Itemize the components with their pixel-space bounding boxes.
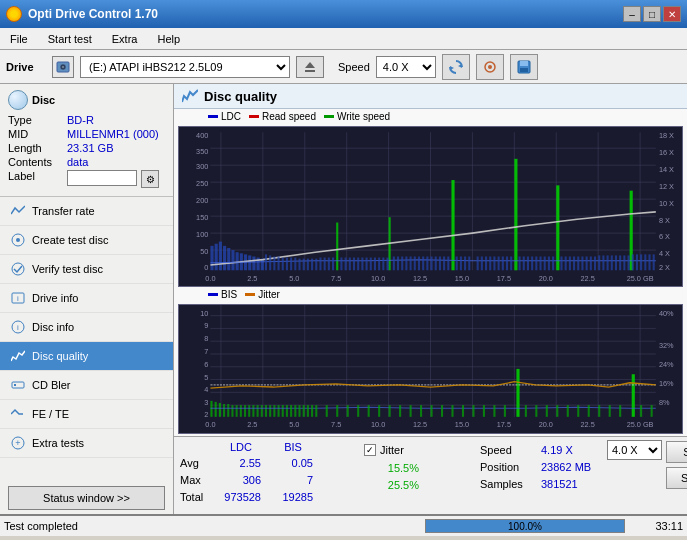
menu-file[interactable]: File (6, 31, 32, 47)
svg-rect-263 (567, 405, 569, 417)
fe-te-icon (10, 406, 26, 422)
svg-text:17.5: 17.5 (497, 274, 511, 283)
svg-rect-177 (653, 254, 655, 270)
svg-rect-172 (632, 254, 634, 270)
svg-rect-88 (336, 223, 338, 271)
svg-rect-234 (290, 405, 292, 417)
total-ldc-value: 973528 (215, 491, 267, 503)
nav-drive-info-label: Drive info (32, 292, 78, 304)
eject-button[interactable] (296, 56, 324, 78)
svg-text:5.0: 5.0 (289, 274, 299, 283)
svg-rect-125 (418, 256, 420, 270)
svg-text:0.0: 0.0 (205, 274, 215, 283)
svg-text:10: 10 (200, 309, 208, 318)
menu-start-test[interactable]: Start test (44, 31, 96, 47)
content-title: Disc quality (204, 89, 277, 104)
svg-rect-164 (598, 255, 600, 270)
jitter-color-indicator (245, 293, 255, 296)
nav-transfer-rate[interactable]: Transfer rate (0, 197, 173, 226)
minimize-button[interactable]: – (623, 6, 641, 22)
svg-rect-251 (431, 405, 433, 417)
nav-fe-te-label: FE / TE (32, 408, 69, 420)
disc-panel-header: Disc (8, 90, 165, 110)
legend-ldc: LDC (208, 111, 241, 122)
jitter-checkbox[interactable]: ✓ (364, 444, 376, 456)
close-button[interactable]: ✕ (663, 6, 681, 22)
status-window-button[interactable]: Status window >> (8, 486, 165, 510)
nav-cd-bler[interactable]: CD Bler (0, 371, 173, 400)
svg-rect-150 (535, 256, 537, 270)
svg-rect-71 (210, 246, 213, 270)
maximize-button[interactable]: □ (643, 6, 661, 22)
svg-rect-73 (219, 242, 222, 271)
svg-rect-243 (347, 405, 349, 417)
svg-rect-228 (278, 405, 280, 417)
disc-icon (8, 90, 28, 110)
svg-rect-174 (640, 254, 642, 270)
svg-rect-102 (315, 259, 317, 271)
svg-rect-267 (609, 405, 611, 417)
drive-select[interactable]: (E:) ATAPI iHBS212 2.5L09 (80, 56, 290, 78)
svg-text:2.5: 2.5 (247, 421, 257, 430)
create-test-disc-icon (10, 232, 26, 248)
svg-rect-169 (619, 255, 621, 270)
menu-extra[interactable]: Extra (108, 31, 142, 47)
total-label: Total (180, 491, 215, 503)
svg-rect-112 (361, 258, 363, 271)
svg-rect-149 (531, 256, 533, 270)
svg-rect-258 (504, 405, 506, 417)
legend-bis: BIS (208, 289, 237, 300)
svg-rect-103 (319, 258, 321, 271)
svg-rect-72 (215, 244, 218, 271)
refresh-button[interactable] (442, 54, 470, 80)
menu-help[interactable]: Help (153, 31, 184, 47)
svg-text:17.5: 17.5 (497, 421, 511, 430)
sidebar: Disc Type BD-R MID MILLENMR1 (000) Lengt… (0, 84, 174, 514)
svg-text:200: 200 (196, 196, 208, 205)
label-edit-button[interactable]: ⚙ (141, 170, 159, 188)
nav-disc-quality[interactable]: Disc quality (0, 342, 173, 371)
label-input[interactable] (67, 170, 137, 186)
nav-create-test-disc[interactable]: Create test disc (0, 226, 173, 255)
svg-text:50: 50 (200, 247, 208, 256)
start-full-button[interactable]: Start full (666, 441, 687, 463)
settings-button[interactable] (476, 54, 504, 80)
nav-extra-tests-label: Extra tests (32, 437, 84, 449)
nav-fe-te[interactable]: FE / TE (0, 400, 173, 429)
svg-rect-170 (623, 255, 625, 270)
svg-text:+: + (15, 438, 20, 448)
svg-rect-120 (397, 256, 399, 270)
start-part-button[interactable]: Start part (666, 467, 687, 489)
svg-rect-235 (294, 405, 296, 417)
svg-text:10.0: 10.0 (371, 274, 385, 283)
svg-rect-266 (598, 405, 600, 417)
svg-rect-134 (460, 256, 462, 270)
svg-rect-76 (231, 250, 234, 270)
svg-rect-225 (265, 405, 267, 417)
svg-rect-259 (525, 405, 527, 417)
svg-rect-74 (223, 246, 226, 270)
nav-disc-info[interactable]: i Disc info (0, 313, 173, 342)
nav-verify-test-disc[interactable]: Verify test disc (0, 255, 173, 284)
svg-rect-111 (357, 258, 359, 271)
save-button[interactable] (510, 54, 538, 80)
svg-rect-163 (594, 256, 596, 270)
svg-rect-4 (305, 70, 315, 72)
svg-text:6: 6 (204, 360, 208, 369)
svg-rect-142 (498, 256, 500, 270)
drive-info-icon: i (10, 290, 26, 306)
nav-drive-info[interactable]: i Drive info (0, 284, 173, 313)
svg-rect-214 (219, 403, 221, 417)
nav-extra-tests[interactable]: + Extra tests (0, 429, 173, 458)
disc-info-panel: Disc Type BD-R MID MILLENMR1 (000) Lengt… (0, 84, 173, 197)
svg-rect-220 (244, 405, 246, 417)
svg-text:250: 250 (196, 179, 208, 188)
svg-rect-246 (378, 405, 380, 417)
svg-text:8: 8 (204, 334, 208, 343)
speed-select-toolbar[interactable]: 4.0 X (376, 56, 436, 78)
type-row: Type BD-R (8, 114, 165, 126)
samples-label: Samples (480, 478, 535, 490)
speed-stat-select[interactable]: 4.0 X (607, 440, 662, 460)
svg-rect-147 (523, 256, 525, 270)
svg-rect-215 (223, 404, 225, 417)
